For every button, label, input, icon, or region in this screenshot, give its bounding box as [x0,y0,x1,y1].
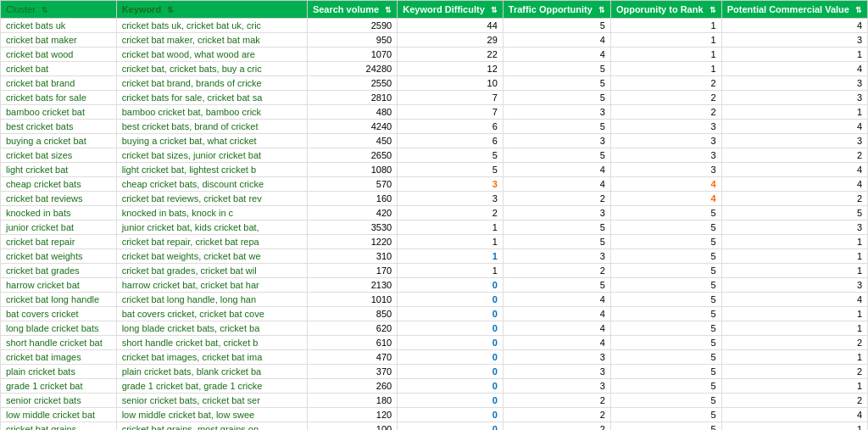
cell-keyword: harrow cricket bat, cricket bat har [116,278,307,293]
cell-traffic: 4 [503,33,610,47]
header-traffic[interactable]: Traffic Opportunity ⇅ [503,1,610,19]
cell-traffic: 4 [503,307,610,321]
header-volume[interactable]: Search volume ⇅ [307,1,397,19]
cell-difficulty: 6 [398,134,504,148]
cell-difficulty: 0 [398,422,504,431]
cell-keyword: cricket bat images, cricket bat ima [116,350,307,365]
table-row: senior cricket batssenior cricket bats, … [1,394,868,408]
cell-commercial: 1 [721,307,867,321]
cell-difficulty: 5 [398,163,504,177]
cell-difficulty: 7 [398,105,504,120]
header-opportunity[interactable]: Opporunity to Rank ⇅ [610,1,721,19]
cell-cluster: cricket bat long handle [1,293,117,307]
cell-commercial: 3 [721,134,867,148]
cell-volume: 1220 [307,235,397,249]
cell-difficulty: 29 [398,33,504,47]
cell-traffic: 5 [503,19,610,33]
cell-opportunity: 5 [610,379,721,394]
cell-difficulty: 2 [398,206,504,221]
cell-opportunity: 5 [610,206,721,221]
cell-volume: 24280 [307,62,397,76]
cell-traffic: 4 [503,336,610,350]
table-row: junior cricket batjunior cricket bat, ki… [1,221,868,235]
cell-traffic: 5 [503,76,610,91]
table-row: buying a cricket batbuying a cricket bat… [1,134,868,148]
cell-opportunity: 2 [610,105,721,120]
cell-keyword: senior cricket bats, cricket bat ser [116,394,307,408]
cell-commercial: 1 [721,350,867,365]
cell-volume: 2550 [307,76,397,91]
sort-icon-difficulty: ⇅ [491,6,498,14]
cell-difficulty: 0 [398,336,504,350]
cell-volume: 370 [307,365,397,379]
cell-cluster: cricket bat weights [1,249,117,264]
cell-traffic: 5 [503,91,610,105]
cell-keyword: long blade cricket bats, cricket ba [116,321,307,336]
cell-commercial: 2 [721,192,867,206]
cell-cluster: cheap cricket bats [1,177,117,192]
cell-cluster: cricket bat repair [1,235,117,249]
cell-commercial: 3 [721,76,867,91]
table-row: cricket bat brandcricket bat brand, bran… [1,76,868,91]
sort-icon-cluster: ⇅ [42,6,48,14]
cell-commercial: 2 [721,365,867,379]
cell-difficulty: 10 [398,76,504,91]
cell-commercial: 4 [721,62,867,76]
table-row: harrow cricket batharrow cricket bat, cr… [1,278,868,293]
cell-difficulty: 0 [398,379,504,394]
cell-volume: 100 [307,422,397,431]
cell-commercial: 3 [721,278,867,293]
cell-opportunity: 5 [610,422,721,431]
cell-commercial: 4 [721,120,867,134]
table-row: cricket bat reviewscricket bat reviews, … [1,192,868,206]
cell-opportunity: 5 [610,264,721,278]
cell-commercial: 4 [721,293,867,307]
cell-volume: 950 [307,33,397,47]
cell-volume: 850 [307,307,397,321]
table-row: cricket bat sizescricket bat sizes, juni… [1,148,868,163]
cell-keyword: best cricket bats, brand of cricket [116,120,307,134]
cell-difficulty: 0 [398,307,504,321]
cell-traffic: 4 [503,163,610,177]
cell-commercial: 2 [721,336,867,350]
cell-keyword: short handle cricket bat, cricket b [116,336,307,350]
cell-volume: 1070 [307,47,397,62]
cell-difficulty: 0 [398,278,504,293]
cell-opportunity: 5 [610,278,721,293]
table-row: knocked in batsknocked in bats, knock in… [1,206,868,221]
cell-volume: 3530 [307,221,397,235]
cell-traffic: 5 [503,148,610,163]
cell-difficulty: 0 [398,394,504,408]
cell-opportunity: 5 [610,221,721,235]
cell-opportunity: 4 [610,192,721,206]
cell-cluster: plain cricket bats [1,365,117,379]
cell-keyword: junior cricket bat, kids cricket bat, [116,221,307,235]
table-row: cricket bat repaircricket bat repair, cr… [1,235,868,249]
cell-cluster: knocked in bats [1,206,117,221]
cell-opportunity: 5 [610,336,721,350]
header-keyword[interactable]: Keyword ⇅ [116,1,307,19]
cell-cluster: cricket bat sizes [1,148,117,163]
cell-commercial: 1 [721,105,867,120]
cell-difficulty: 3 [398,192,504,206]
cell-cluster: cricket bat images [1,350,117,365]
cell-opportunity: 5 [610,350,721,365]
cell-keyword: cricket bat grades, cricket bat wil [116,264,307,278]
header-commercial[interactable]: Potential Commercial Value ⇅ [721,1,867,19]
header-cluster[interactable]: Cluster ⇅ [1,1,117,19]
cell-opportunity: 1 [610,47,721,62]
cell-volume: 310 [307,249,397,264]
cell-difficulty: 0 [398,365,504,379]
cell-opportunity: 1 [610,19,721,33]
table-row: grade 1 cricket batgrade 1 cricket bat, … [1,379,868,394]
cell-volume: 4240 [307,120,397,134]
cell-cluster: low middle cricket bat [1,408,117,422]
cell-difficulty: 0 [398,293,504,307]
cell-opportunity: 3 [610,134,721,148]
cell-opportunity: 5 [610,307,721,321]
cell-volume: 170 [307,264,397,278]
cell-keyword: cricket bat wood, what wood are [116,47,307,62]
cell-opportunity: 1 [610,33,721,47]
header-difficulty[interactable]: Keyword Difficulty ⇅ [398,1,504,19]
cell-keyword: cricket bat long handle, long han [116,293,307,307]
